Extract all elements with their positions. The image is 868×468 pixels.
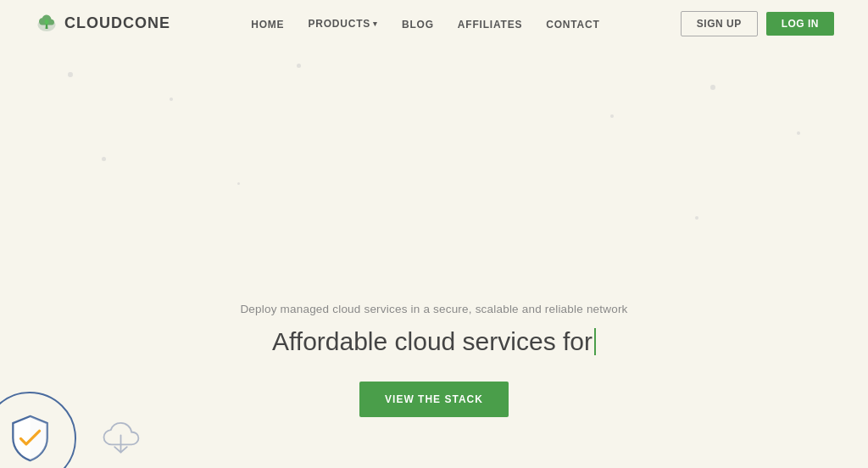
logo-text: CLOUDCONE	[64, 14, 170, 32]
nav-item-affiliates[interactable]: AFFILIATES	[458, 16, 522, 31]
decorative-dot	[710, 85, 715, 90]
nav-link-home[interactable]: HOME	[251, 19, 284, 31]
nav-link-affiliates[interactable]: AFFILIATES	[458, 19, 522, 31]
nav-link-contact[interactable]: CONTACT	[546, 19, 599, 31]
nav-links: HOME PRODUCTS ▾ BLOG AFFILIATES CONTACT	[251, 16, 599, 31]
decorative-dot	[695, 216, 698, 220]
decorative-dot	[797, 131, 800, 135]
decorative-dot	[237, 182, 240, 185]
hero-section: Deploy managed cloud services in a secur…	[0, 47, 868, 468]
hero-title-text: Affordable cloud services for	[272, 327, 593, 356]
cloud-download-icon	[97, 414, 144, 456]
products-dropdown-arrow: ▾	[373, 20, 378, 28]
navbar: CLOUDCONE HOME PRODUCTS ▾ BLOG AFFILIATE…	[0, 0, 868, 47]
nav-buttons: SIGN UP LOG IN	[681, 11, 834, 36]
decorative-dot	[297, 64, 301, 68]
cloudcone-logo-icon	[34, 11, 59, 36]
view-stack-button[interactable]: VIEW THE STACK	[359, 382, 509, 417]
login-button[interactable]: LOG IN	[766, 12, 834, 36]
decorative-dot	[102, 157, 106, 161]
shield-circle-decoration	[0, 392, 76, 468]
decorative-dot	[610, 114, 614, 118]
decorative-dot	[170, 98, 173, 101]
svg-point-1	[45, 19, 49, 24]
nav-item-products[interactable]: PRODUCTS ▾	[308, 18, 378, 30]
hero-title-cursor	[594, 328, 596, 355]
nav-item-contact[interactable]: CONTACT	[546, 16, 599, 31]
cloud-download-icon-area	[97, 414, 144, 460]
nav-item-blog[interactable]: BLOG	[402, 16, 434, 31]
hero-subtitle: Deploy managed cloud services in a secur…	[240, 303, 627, 315]
nav-item-home[interactable]: HOME	[251, 16, 284, 31]
signup-button[interactable]: SIGN UP	[681, 11, 758, 36]
logo[interactable]: CLOUDCONE	[34, 11, 170, 36]
nav-link-blog[interactable]: BLOG	[402, 19, 434, 31]
decorative-dot	[68, 72, 73, 77]
hero-title: Affordable cloud services for	[272, 327, 596, 356]
nav-link-products[interactable]: PRODUCTS ▾	[308, 18, 378, 30]
shield-icon	[7, 413, 53, 464]
